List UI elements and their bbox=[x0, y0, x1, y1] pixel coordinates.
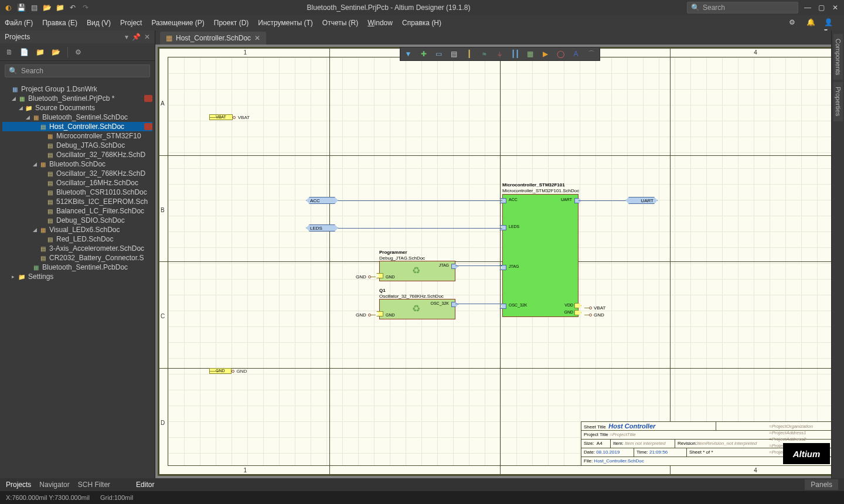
tree-item[interactable]: ◢▦Bluetooth_Sentinel.PrjPcb * bbox=[2, 94, 152, 103]
menu-reports[interactable]: Отчеты (R) bbox=[322, 19, 358, 27]
recycle-icon: ♻ bbox=[412, 303, 420, 314]
open-folder2-icon[interactable]: 📁 bbox=[55, 3, 64, 12]
save-all-icon[interactable]: ▤ bbox=[29, 3, 39, 12]
busport-leds[interactable]: LEDS bbox=[306, 224, 338, 231]
minimize-icon[interactable]: — bbox=[804, 4, 812, 12]
subsheet-mcu[interactable]: ACC UART LEDS JTAG OSC_32K VDD GND bbox=[502, 194, 578, 317]
panel-folder-icon[interactable]: 📁 bbox=[36, 48, 45, 56]
tree-item[interactable]: ◢▦Bluetooth_Sentinel.SchDoc bbox=[2, 113, 152, 122]
tree-item[interactable]: ▦Bluetooth_Sentinel.PcbDoc bbox=[2, 263, 152, 272]
circle-icon[interactable]: ◯ bbox=[555, 48, 567, 60]
tree-item[interactable]: ▦Microcontroller_STM32F10 bbox=[2, 131, 152, 141]
open-folder-icon[interactable]: 📂 bbox=[42, 3, 52, 12]
power-port-gnd[interactable]: GND GND bbox=[209, 368, 247, 374]
tab-label: Host_Controller.SchDoc bbox=[176, 34, 251, 42]
arc-icon[interactable]: ⌒ bbox=[586, 48, 597, 60]
close-icon[interactable]: ✕ bbox=[832, 4, 840, 12]
panel-menu-icon[interactable]: ▾ bbox=[125, 33, 128, 41]
panel-settings-icon[interactable]: ⚙ bbox=[75, 48, 81, 56]
recycle-icon: ♻ bbox=[412, 265, 420, 276]
tree-item[interactable]: ▤Red_LED.SchDoc bbox=[2, 234, 152, 244]
tab-doc-icon: ▦ bbox=[166, 34, 172, 42]
mcu-sub: Microcontroller_STM32F101.SchDoc bbox=[502, 188, 579, 193]
bar1-icon[interactable]: ┃ bbox=[464, 48, 475, 60]
net-icon[interactable]: ≈ bbox=[479, 48, 491, 60]
busport-acc[interactable]: ACC bbox=[306, 197, 338, 204]
tree-item[interactable]: ▤Debug_JTAG.SchDoc bbox=[2, 141, 152, 150]
tree-item[interactable]: ▸📁Settings bbox=[2, 272, 152, 281]
tree-item[interactable]: ◢▦Bluetooth.SchDoc bbox=[2, 159, 152, 169]
global-search-input[interactable]: 🔍 Search bbox=[687, 2, 798, 13]
tree-item[interactable]: ▤Debug_SDIO.SchDoc bbox=[2, 216, 152, 225]
panel-title: Projects bbox=[5, 33, 30, 41]
panel-close-icon[interactable]: ✕ bbox=[144, 33, 150, 41]
gnd-icon[interactable]: ⏚ bbox=[494, 48, 506, 60]
menu-edit[interactable]: Правка (E) bbox=[42, 19, 77, 27]
busport-uart[interactable]: UART bbox=[625, 197, 658, 204]
menu-place[interactable]: Размещение (P) bbox=[151, 19, 204, 27]
select-icon[interactable]: ▭ bbox=[433, 48, 445, 60]
menu-tools[interactable]: Инструменты (T) bbox=[258, 19, 312, 27]
panel-pin-icon[interactable]: 📌 bbox=[132, 33, 141, 41]
panel-folder2-icon[interactable]: 📂 bbox=[52, 48, 60, 56]
panels-button[interactable]: Panels bbox=[805, 479, 838, 490]
tab-close-icon[interactable]: ✕ bbox=[254, 34, 260, 42]
menu-design[interactable]: Проект (D) bbox=[214, 19, 249, 27]
schematic-sheet[interactable]: 1 4 1 4 A B C D A B C D VBAT VBAT bbox=[158, 47, 842, 476]
tree-item[interactable]: ▤CR2032_Battery_Connector.S bbox=[2, 253, 152, 263]
tree-item[interactable]: ◢📁Source Documents bbox=[2, 103, 152, 113]
panel-refresh-icon[interactable]: 🗎 bbox=[6, 48, 13, 56]
tree-item[interactable]: ▦Project Group 1.DsnWrk bbox=[2, 84, 152, 94]
tree-item[interactable]: ◢▦Visual_LEDx6.SchDoc bbox=[2, 225, 152, 234]
panel-toolbar: 🗎 📄 📁 📂 ⚙ bbox=[0, 43, 155, 61]
tab-host-controller[interactable]: ▦ Host_Controller.SchDoc ✕ bbox=[160, 32, 266, 45]
menu-view[interactable]: Вид (V) bbox=[87, 19, 111, 27]
menu-help[interactable]: Справка (H) bbox=[402, 19, 441, 27]
bottom-tab-schfilter[interactable]: SCH Filter bbox=[78, 481, 110, 489]
tree-item[interactable]: ▤Balanced_LC_Filter.SchDoc bbox=[2, 206, 152, 216]
tree-item[interactable]: ▤Oscillator_32_768KHz.SchD bbox=[2, 150, 152, 159]
part-icon[interactable]: ▦ bbox=[525, 48, 536, 60]
panel-search-input[interactable]: 🔍 Search bbox=[5, 64, 150, 77]
align-icon[interactable]: ▤ bbox=[448, 48, 460, 60]
status-coordinates: X:7600.000mil Y:7300.000mil bbox=[6, 494, 90, 501]
cross-icon[interactable]: ✚ bbox=[418, 48, 430, 60]
bell-icon[interactable]: 🔔 bbox=[806, 18, 816, 28]
bottom-tab-projects[interactable]: Projects bbox=[6, 481, 31, 489]
tree-item[interactable]: ▤Oscillator_16MHz.SchDoc bbox=[2, 178, 152, 188]
power-port-vbat[interactable]: VBAT VBAT bbox=[209, 114, 250, 120]
editor-label[interactable]: Editor bbox=[136, 481, 154, 489]
undo-icon[interactable]: ↶ bbox=[68, 3, 77, 12]
subsheet-programmer[interactable]: JTAG GND ♻ bbox=[379, 261, 455, 281]
tree-item[interactable]: ▤Bluetooth_CSR1010.SchDoc bbox=[2, 188, 152, 197]
app-logo-icon: ◐ bbox=[4, 3, 13, 12]
filter-icon[interactable]: ▼ bbox=[403, 48, 414, 60]
redo-icon[interactable]: ↷ bbox=[81, 3, 90, 12]
bottom-tab-strip: Projects Navigator SCH Filter Editor Pan… bbox=[0, 478, 844, 491]
project-tree[interactable]: ▦Project Group 1.DsnWrk◢▦Bluetooth_Senti… bbox=[0, 81, 155, 478]
menu-project[interactable]: Project bbox=[120, 19, 142, 27]
menu-file[interactable]: Файл (F) bbox=[5, 19, 33, 27]
tree-item[interactable]: ▤512KBits_I2C_EEPROM.Sch bbox=[2, 197, 152, 206]
user-icon[interactable]: 👤▾ bbox=[824, 18, 833, 28]
schematic-canvas[interactable]: ▼ ✚ ▭ ▤ ┃ ≈ ⏚ ┃┃ ▦ ▶ ◯ A ⌒ bbox=[155, 45, 844, 478]
maximize-icon[interactable]: ▢ bbox=[818, 4, 826, 12]
zone-top-4: 4 bbox=[751, 49, 760, 56]
search-icon: 🔍 bbox=[691, 4, 700, 12]
right-tab-components[interactable]: Components bbox=[833, 34, 843, 80]
save-icon[interactable]: 💾 bbox=[16, 3, 26, 12]
tree-item[interactable]: ▤Oscillator_32_768KHz.SchD bbox=[2, 169, 152, 178]
right-tab-properties[interactable]: Properties bbox=[833, 82, 843, 121]
dir-icon[interactable]: ▶ bbox=[540, 48, 552, 60]
bar2-icon[interactable]: ┃┃ bbox=[509, 48, 521, 60]
bottom-tab-navigator[interactable]: Navigator bbox=[39, 481, 69, 489]
menu-window[interactable]: Window bbox=[367, 19, 393, 27]
panel-header[interactable]: Projects ▾ 📌 ✕ bbox=[0, 30, 155, 43]
subsheet-oscillator[interactable]: OSC_32K GND ♻ bbox=[379, 299, 455, 319]
tree-item[interactable]: ▤Host_Controller.SchDoc bbox=[2, 122, 152, 131]
gear-icon[interactable]: ⚙ bbox=[789, 18, 798, 28]
status-grid: Grid:100mil bbox=[100, 494, 133, 501]
tree-item[interactable]: ▤3-Axis_Accelerometer.SchDoc bbox=[2, 244, 152, 253]
panel-new-icon[interactable]: 📄 bbox=[20, 48, 29, 56]
text-icon[interactable]: A bbox=[570, 48, 582, 60]
